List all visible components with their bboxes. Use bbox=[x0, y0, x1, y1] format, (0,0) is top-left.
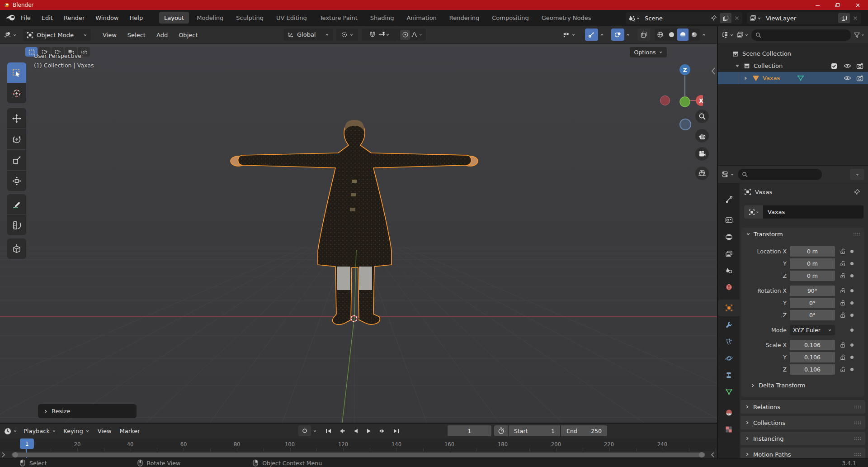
tab-particles[interactable] bbox=[718, 333, 740, 350]
transform-panel-header[interactable]: Transform bbox=[741, 228, 864, 240]
tab-rendering[interactable]: Rendering bbox=[444, 12, 484, 24]
shading-dropdown-icon[interactable] bbox=[702, 33, 706, 37]
next-keyframe-button[interactable] bbox=[377, 425, 388, 436]
outliner-search-input[interactable] bbox=[751, 29, 851, 41]
tab-view-layer[interactable] bbox=[718, 245, 740, 262]
remove-viewlayer-icon[interactable] bbox=[853, 15, 858, 21]
timeline-menu-keying[interactable]: Keying bbox=[63, 428, 90, 434]
menu-window[interactable]: Window bbox=[90, 10, 124, 25]
tool-cursor[interactable] bbox=[7, 83, 26, 103]
timeline-menu-view[interactable]: View bbox=[98, 428, 112, 434]
pivot-point-dropdown[interactable] bbox=[336, 29, 358, 41]
animate-dot-icon[interactable] bbox=[850, 368, 854, 371]
sidebar-collapse-icon[interactable] bbox=[711, 67, 716, 76]
tab-geometry-nodes[interactable]: Geometry Nodes bbox=[537, 12, 596, 24]
lock-open-icon[interactable] bbox=[840, 260, 846, 267]
lock-open-icon[interactable] bbox=[840, 300, 846, 306]
tool-measure[interactable] bbox=[7, 215, 26, 235]
outliner-display-mode-dropdown[interactable] bbox=[722, 31, 734, 38]
menu-edit[interactable]: Edit bbox=[36, 10, 58, 25]
tab-texture[interactable] bbox=[718, 421, 740, 438]
unlink-scene-icon[interactable] bbox=[734, 15, 740, 21]
lock-open-icon[interactable] bbox=[840, 354, 846, 361]
operator-panel[interactable]: Resize bbox=[38, 404, 137, 418]
outliner-filter-id-dropdown[interactable] bbox=[736, 31, 749, 38]
section-instancing[interactable]: Instancing bbox=[741, 432, 865, 445]
menu-render[interactable]: Render bbox=[58, 10, 90, 25]
overlays-dropdown-icon[interactable] bbox=[626, 33, 630, 37]
disable-render-camera-icon[interactable] bbox=[856, 63, 863, 69]
object-name-input[interactable]: Vaxas bbox=[763, 205, 863, 219]
tool-annotate[interactable] bbox=[7, 194, 26, 214]
animate-dot-icon[interactable] bbox=[850, 329, 854, 332]
properties-editor-type-dropdown[interactable] bbox=[722, 171, 734, 178]
animate-dot-icon[interactable] bbox=[850, 274, 854, 277]
rotation-y-field[interactable]: 0° bbox=[790, 298, 835, 308]
timeline-editor-type-dropdown[interactable] bbox=[4, 427, 17, 435]
use-preview-range-toggle[interactable] bbox=[494, 425, 508, 436]
lock-open-icon[interactable] bbox=[840, 272, 846, 279]
region-collapse-icon[interactable] bbox=[711, 452, 715, 458]
lock-open-icon[interactable] bbox=[840, 342, 846, 348]
new-scene-button[interactable] bbox=[720, 13, 731, 23]
overlays-toggle[interactable] bbox=[611, 29, 624, 41]
shading-rendered-button[interactable] bbox=[689, 29, 700, 41]
snap-magnet-icon[interactable] bbox=[369, 31, 376, 38]
timeline-menu-marker[interactable]: Marker bbox=[120, 428, 140, 434]
rotation-z-field[interactable]: 0° bbox=[790, 310, 835, 320]
scene-selector[interactable]: Scene bbox=[626, 12, 742, 24]
panel-grip-icon[interactable] bbox=[853, 232, 860, 236]
tab-scene[interactable] bbox=[718, 262, 740, 279]
disclosure-open-icon[interactable] bbox=[735, 64, 740, 68]
scrollbar-handle-right[interactable] bbox=[699, 452, 704, 457]
proportional-edit-icon[interactable] bbox=[402, 31, 409, 38]
outliner-row-collection[interactable]: Collection bbox=[718, 60, 868, 72]
menu-select[interactable]: Select bbox=[122, 26, 151, 43]
tab-compositing[interactable]: Compositing bbox=[487, 12, 534, 24]
menu-object[interactable]: Object bbox=[173, 26, 203, 43]
tab-modifiers[interactable] bbox=[718, 316, 740, 333]
menu-help[interactable]: Help bbox=[124, 10, 149, 25]
tab-shading[interactable]: Shading bbox=[365, 12, 399, 24]
pin-icon[interactable] bbox=[711, 15, 717, 21]
panel-grip-icon[interactable] bbox=[854, 437, 861, 441]
shading-material-button[interactable] bbox=[677, 29, 689, 41]
scrollbar-bar[interactable] bbox=[12, 453, 705, 457]
tab-modeling[interactable]: Modeling bbox=[192, 12, 228, 24]
jump-to-end-button[interactable] bbox=[390, 425, 402, 436]
scrollbar-handle-left[interactable] bbox=[13, 452, 18, 457]
auto-keying-toggle[interactable] bbox=[298, 425, 311, 436]
animate-dot-icon[interactable] bbox=[850, 343, 854, 347]
tool-rotate[interactable] bbox=[7, 129, 26, 149]
location-x-field[interactable]: 0 m bbox=[790, 246, 835, 257]
frame-end-field[interactable]: End250 bbox=[561, 425, 607, 436]
location-y-field[interactable]: 0 m bbox=[790, 258, 835, 269]
gizmos-dropdown-icon[interactable] bbox=[600, 33, 604, 37]
viewport-pan-button[interactable] bbox=[695, 129, 709, 143]
rotation-x-field[interactable]: 90° bbox=[790, 286, 835, 296]
menu-add[interactable]: Add bbox=[151, 26, 173, 43]
frame-start-field[interactable]: Start1 bbox=[509, 425, 560, 436]
section-relations[interactable]: Relations bbox=[741, 400, 865, 414]
panel-grip-icon[interactable] bbox=[854, 405, 861, 409]
timeline-ruler[interactable]: 20 40 60 80 100 120 140 160 180 200 220 … bbox=[0, 438, 717, 451]
gizmos-toggle[interactable] bbox=[585, 29, 598, 41]
visibility-dropdown[interactable] bbox=[562, 29, 576, 41]
window-maximize-button[interactable] bbox=[827, 0, 847, 10]
outliner-properties-divider[interactable] bbox=[718, 165, 868, 166]
hide-viewport-eye-icon[interactable] bbox=[844, 63, 851, 69]
new-viewlayer-button[interactable] bbox=[838, 13, 850, 23]
tab-object-data[interactable] bbox=[718, 383, 740, 400]
play-button[interactable] bbox=[363, 425, 375, 436]
window-close-button[interactable] bbox=[847, 0, 868, 10]
editor-type-button[interactable] bbox=[4, 31, 17, 39]
tab-material[interactable] bbox=[718, 404, 740, 421]
tool-select-box[interactable] bbox=[7, 62, 26, 83]
viewport-camera-view-button[interactable] bbox=[695, 147, 709, 161]
tab-output[interactable] bbox=[718, 229, 740, 245]
play-reverse-button[interactable] bbox=[349, 425, 361, 436]
tab-constraints[interactable] bbox=[718, 367, 740, 383]
viewport-zoom-button[interactable] bbox=[695, 110, 709, 123]
hide-viewport-eye-icon[interactable] bbox=[844, 75, 851, 81]
tool-move[interactable] bbox=[7, 108, 26, 129]
